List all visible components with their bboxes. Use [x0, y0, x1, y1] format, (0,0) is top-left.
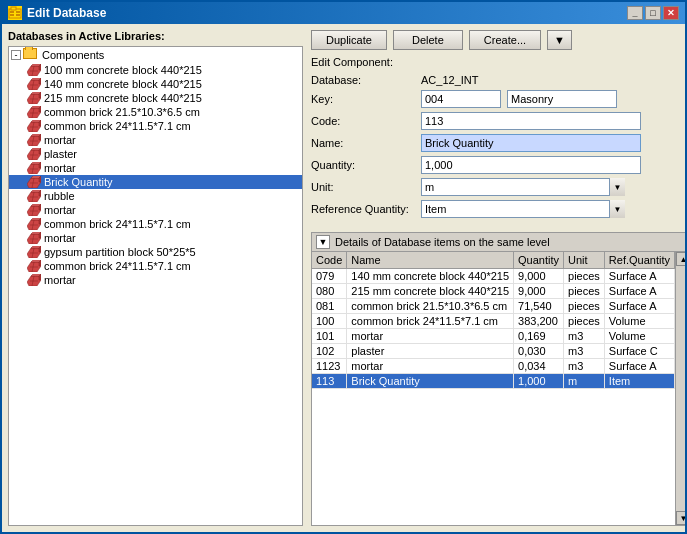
brick-icon [27, 148, 41, 160]
tree-item[interactable]: 140 mm concrete block 440*215 [9, 77, 302, 91]
table-row[interactable]: 102 plaster 0,030 m3 Surface C [312, 344, 674, 359]
brick-icon [27, 120, 41, 132]
quantity-label: Quantity: [311, 159, 421, 171]
cell-unit: pieces [564, 314, 605, 329]
cell-code: 080 [312, 284, 347, 299]
tree-item[interactable]: common brick 24*11.5*7.1 cm [9, 217, 302, 231]
cell-quantity: 0,034 [514, 359, 564, 374]
brick-icon [27, 134, 41, 146]
cell-code: 100 [312, 314, 347, 329]
brick-icon [27, 106, 41, 118]
key-row: Key: [311, 90, 685, 108]
tree-scroll[interactable]: - Components 100 mm concrete block 4 [9, 47, 302, 525]
tree-item[interactable]: rubble [9, 189, 302, 203]
delete-button[interactable]: Delete [393, 30, 463, 50]
tree-items-container: 100 mm concrete block 440*215 140 mm con… [9, 63, 302, 287]
tree-item[interactable]: mortar [9, 231, 302, 245]
tree-item[interactable]: common brick 24*11.5*7.1 cm [9, 259, 302, 273]
database-label: Database: [311, 74, 421, 86]
left-panel-label: Databases in Active Libraries: [8, 30, 303, 42]
table-row[interactable]: 100 common brick 24*11.5*7.1 cm 383,200 … [312, 314, 674, 329]
table-scrollbar[interactable]: ▲ ▼ [675, 252, 685, 525]
svg-rect-2 [10, 11, 14, 13]
code-input[interactable] [421, 112, 641, 130]
key-label: Key: [311, 93, 421, 105]
cell-ref-quantity: Volume [604, 329, 674, 344]
scroll-down-button[interactable]: ▼ [676, 511, 685, 525]
brick-icon [27, 92, 41, 104]
bottom-section: ▼ Details of Database items on the same … [311, 232, 685, 526]
tree-item[interactable]: mortar [9, 203, 302, 217]
ref-quantity-row: Reference Quantity: ▼ [311, 200, 685, 218]
table-row[interactable]: 079 140 mm concrete block 440*215 9,000 … [312, 269, 674, 284]
svg-rect-4 [10, 14, 14, 16]
tree-item[interactable]: mortar [9, 161, 302, 175]
table-scroll[interactable]: Code Name Quantity Unit Ref.Quantity 079… [312, 252, 675, 525]
tree-item[interactable]: common brick 21.5*10.3*6.5 cm [9, 105, 302, 119]
maximize-button[interactable]: □ [645, 6, 661, 20]
unit-select-wrapper: ▼ [421, 178, 625, 196]
svg-rect-5 [16, 14, 20, 16]
cell-quantity: 71,540 [514, 299, 564, 314]
brick-icon [27, 260, 41, 272]
cell-quantity: 383,200 [514, 314, 564, 329]
cell-quantity: 9,000 [514, 284, 564, 299]
unit-input[interactable] [421, 178, 625, 196]
table-row[interactable]: 080 215 mm concrete block 440*215 9,000 … [312, 284, 674, 299]
key-input[interactable] [421, 90, 501, 108]
tree-item[interactable]: Brick Quantity [9, 175, 302, 189]
brick-icon [27, 162, 41, 174]
brick-icon [27, 246, 41, 258]
cell-ref-quantity: Surface C [604, 344, 674, 359]
scroll-up-button[interactable]: ▲ [676, 252, 685, 266]
cell-code: 113 [312, 374, 347, 389]
collapse-button[interactable]: ▼ [316, 235, 330, 249]
tree-item-label: common brick 24*11.5*7.1 cm [44, 260, 191, 272]
close-button[interactable]: ✕ [663, 6, 679, 20]
cell-ref-quantity: Surface A [604, 269, 674, 284]
tree-item[interactable]: mortar [9, 133, 302, 147]
tree-root[interactable]: - Components [9, 47, 302, 63]
tree-item-label: gypsum partition block 50*25*5 [44, 246, 196, 258]
database-value: AC_12_INT [421, 74, 478, 86]
cell-unit: pieces [564, 284, 605, 299]
tree-item[interactable]: plaster [9, 147, 302, 161]
col-unit: Unit [564, 252, 605, 269]
tree-item-label: mortar [44, 204, 76, 216]
brick-icon [27, 78, 41, 90]
tree-item[interactable]: gypsum partition block 50*25*5 [9, 245, 302, 259]
tree-item[interactable]: common brick 24*11.5*7.1 cm [9, 119, 302, 133]
key-extra-input[interactable] [507, 90, 617, 108]
create-dropdown-button[interactable]: ▼ [547, 30, 572, 50]
name-label: Name: [311, 137, 421, 149]
title-bar: Edit Database _ □ ✕ [2, 2, 685, 24]
cell-unit: m [564, 374, 605, 389]
table-row[interactable]: 081 common brick 21.5*10.3*6.5 cm 71,540… [312, 299, 674, 314]
minimize-button[interactable]: _ [627, 6, 643, 20]
tree-item[interactable]: mortar [9, 273, 302, 287]
tree-toggle[interactable]: - [11, 50, 21, 60]
brick-icon [27, 274, 41, 286]
tree-item[interactable]: 100 mm concrete block 440*215 [9, 63, 302, 77]
cell-quantity: 0,169 [514, 329, 564, 344]
brick-icon [27, 64, 41, 76]
col-code: Code [312, 252, 347, 269]
table-row[interactable]: 101 mortar 0,169 m3 Volume [312, 329, 674, 344]
tree-item-label: Brick Quantity [44, 176, 112, 188]
cell-code: 079 [312, 269, 347, 284]
unit-label: Unit: [311, 181, 421, 193]
tree-item-label: 100 mm concrete block 440*215 [44, 64, 202, 76]
ref-quantity-label: Reference Quantity: [311, 203, 421, 215]
name-input[interactable] [421, 134, 641, 152]
create-button[interactable]: Create... [469, 30, 541, 50]
quantity-input[interactable] [421, 156, 641, 174]
table-row[interactable]: 113 Brick Quantity 1,000 m Item [312, 374, 674, 389]
tree-item-label: 140 mm concrete block 440*215 [44, 78, 202, 90]
ref-quantity-input[interactable] [421, 200, 625, 218]
duplicate-button[interactable]: Duplicate [311, 30, 387, 50]
table-row[interactable]: 1123 mortar 0,034 m3 Surface A [312, 359, 674, 374]
edit-title: Edit Component: [311, 56, 685, 68]
tree-item-label: 215 mm concrete block 440*215 [44, 92, 202, 104]
tree-item[interactable]: 215 mm concrete block 440*215 [9, 91, 302, 105]
top-buttons: Duplicate Delete Create... ▼ [311, 30, 685, 50]
